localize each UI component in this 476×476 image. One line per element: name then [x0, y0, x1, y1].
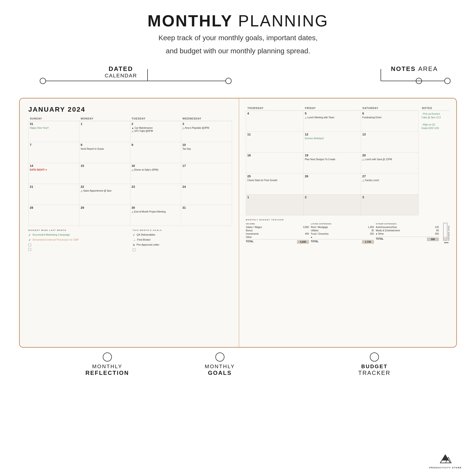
budget-columns: INCOME Salary / Wages 3,800 Bonus - Inve… [246, 223, 450, 244]
savings-amount: $000 [444, 241, 449, 244]
mountain-icon [439, 454, 452, 465]
win-item-1: ✓ Successful Marketing Campaign [28, 233, 128, 237]
calendar-cell: 7 [29, 142, 80, 163]
calendar-cell: 23 [130, 184, 181, 205]
other-row-1: Auto/Insurance/Gas 135 [376, 226, 439, 228]
check-icon-1: ✓ [28, 233, 31, 237]
svg-point-7 [416, 78, 422, 84]
col-wednesday: WEDNESDAY [181, 116, 232, 121]
living-row-1: Rent / Mortgage 1,450 [311, 226, 374, 228]
calendar-cell: 19Plan Next Designs To Create [304, 153, 361, 173]
title-light: PLANNING [233, 12, 329, 30]
calendar-cell: 2 [304, 194, 361, 215]
notes-title: NOTES AREA [391, 65, 438, 73]
other-val-3: 300 [429, 233, 439, 235]
goal-text-3: Pre-Approval Letter [136, 243, 159, 246]
calendar-cell: 12Emma's Birthday!! [304, 132, 361, 153]
savings-area: SAVINGS GOAL $000 [441, 223, 450, 244]
living-row-4: ● [311, 236, 374, 238]
notes-column: NOTES - Pick-up Emma'sCake @ 3pm 1/13- A… [419, 106, 450, 215]
svg-point-9 [444, 78, 450, 84]
living-total: TOTAL 1,735 [311, 239, 374, 244]
income-label-1: Salary / Wages [246, 226, 262, 228]
living-val-2: 35 [364, 229, 374, 232]
annotation-budget: BUDGET TRACKER [358, 353, 391, 376]
planner-book: JANUARY 2024 SUNDAY MONDAY TUESDAY WEDNE… [19, 98, 457, 348]
dated-sub: CALENDAR [105, 73, 137, 79]
circle-goals [215, 353, 224, 361]
income-label-2: Bonus [246, 229, 253, 232]
goal-item-1: ✓ Q4 Deliverables [133, 233, 232, 237]
income-total: TOTAL 4,200 [246, 239, 309, 244]
col-saturday: SATURDAY [361, 106, 419, 111]
calendar-cell: 13 [361, 132, 419, 153]
budget-living-col: LIVING EXPENSES Rent / Mortgage 1,450 Ut… [311, 223, 374, 244]
goals-label: THIS MONTH'S GOALS [133, 229, 232, 231]
calendar-cell: 1 [246, 194, 304, 215]
subtitle-line2: and budget with our monthly planning spr… [0, 46, 476, 56]
living-val-1: 1,450 [364, 226, 374, 228]
income-val-4: - [299, 236, 309, 238]
dated-calendar-label: DATED CALENDAR [105, 65, 137, 79]
calendar-cell: 29 [79, 205, 130, 226]
calendar-cell: 24 [181, 184, 232, 205]
goal-item-4 [133, 248, 232, 251]
income-total-val: 4,200 [297, 240, 309, 244]
living-total-label: TOTAL [311, 240, 319, 244]
col-tuesday: TUESDAY [130, 116, 181, 121]
income-title: INCOME [246, 223, 309, 225]
label-budget: BUDGET TRACKER [358, 363, 391, 376]
other-row-3: ● Other 300 [376, 233, 439, 235]
goal-item-3: ✳ Pre-Approval Letter [133, 243, 232, 247]
living-total-val: 1,735 [362, 240, 374, 244]
annotation-reflection: MONTHLY REFLECTION [85, 353, 129, 376]
right-calendar: THURSDAY FRIDAY SATURDAY 45△ Lunch Meeti… [246, 106, 419, 215]
income-val-2: - [299, 229, 309, 232]
savings-fill [444, 237, 447, 240]
checkbox-3 [28, 243, 31, 246]
wins-label: BIGGEST WINS LAST MONTH [28, 229, 128, 231]
bottom-left-sections: BIGGEST WINS LAST MONTH ✓ Successful Mar… [28, 229, 232, 253]
calendar-cell: 3△ Amy's Playdate @3PM [181, 121, 232, 142]
other-label-1: Auto/Insurance/Gas [376, 226, 397, 228]
income-val-3: 400 [299, 233, 309, 235]
living-label-2: Utilities [311, 229, 319, 232]
income-total-label: TOTAL [246, 240, 254, 244]
living-label-3: Food / Groceries [311, 233, 328, 235]
living-label-4: ● [311, 236, 312, 238]
goal-text-1: Q4 Deliverables [136, 233, 155, 236]
right-page: THURSDAY FRIDAY SATURDAY 45△ Lunch Meeti… [239, 99, 456, 347]
calendar-cell: 16△ Dinner at Sally's (8PM) [130, 163, 181, 184]
income-row-3: Investments 400 [246, 233, 309, 235]
calendar-cell: 20△ Lunch with Sara @ 12PM [361, 153, 419, 173]
win-item-3 [28, 243, 128, 246]
col-sunday: SUNDAY [29, 116, 80, 121]
calendar-cell: 17 [181, 163, 232, 184]
win-text-2: Streamlined Internal Processes for GBP [32, 238, 79, 241]
section-labels: DATED CALENDAR NOTES AREA [0, 65, 476, 79]
goal-checkbox-4 [133, 249, 136, 251]
win-item-4 [28, 248, 128, 251]
dated-title: DATED [105, 65, 137, 73]
goal-star-3: ✳ [133, 243, 135, 247]
goals-section: THIS MONTH'S GOALS ✓ Q4 Deliverables → F… [133, 229, 232, 253]
calendar-cell: 31Happy New Year!! [29, 121, 80, 142]
living-row-2: Utilities 35 [311, 229, 374, 232]
calendar-cell: 5△ Lunch Meeting with Team [304, 111, 361, 132]
other-total-val: 500 [427, 238, 439, 241]
goal-arrow-2: → [133, 238, 136, 242]
income-row-1: Salary / Wages 3,800 [246, 226, 309, 228]
calendar-cell: 10Tax Day [181, 142, 232, 163]
other-val-1: 135 [429, 226, 439, 228]
budget-other-col: OTHER EXPENSES Auto/Insurance/Gas 135 Me… [376, 223, 439, 241]
savings-bar [443, 223, 447, 241]
goal-check-1: ✓ [133, 233, 135, 237]
month-title: JANUARY 2024 [28, 106, 232, 113]
calendar-cell: 21 [29, 184, 80, 205]
right-calendar-area: THURSDAY FRIDAY SATURDAY 45△ Lunch Meeti… [246, 106, 419, 215]
income-val-1: 3,800 [299, 226, 309, 228]
calendar-cell: 26 [304, 173, 361, 194]
calendar-cell: 31 [181, 205, 232, 226]
page-header: MONTHLY PLANNING Keep track of your mont… [0, 0, 476, 61]
other-val-2: 65 [429, 229, 439, 232]
